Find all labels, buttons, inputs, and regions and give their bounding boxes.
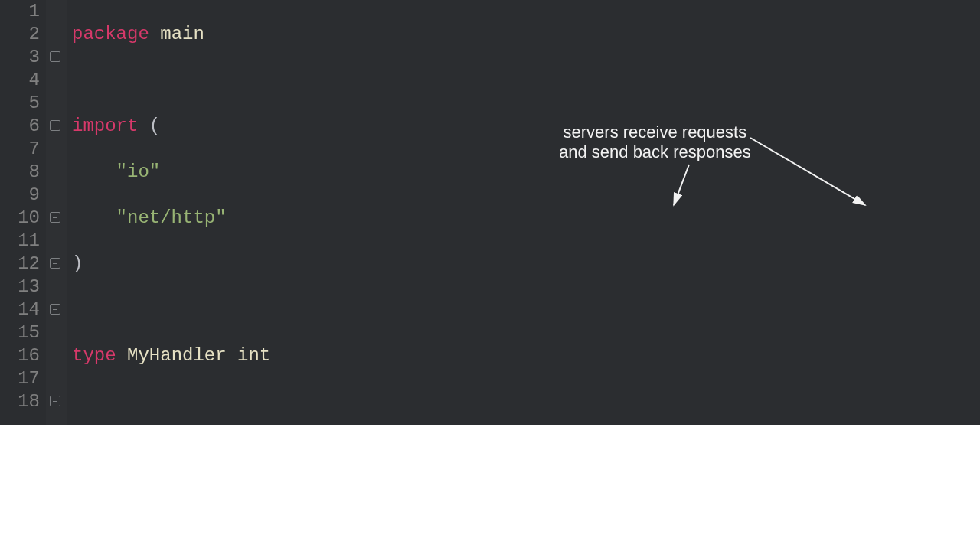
type-name: MyHandler: [127, 345, 227, 366]
fold-column: [46, 0, 67, 425]
line-number: 12: [0, 253, 40, 276]
code-line: [72, 298, 980, 321]
fold-close-icon[interactable]: [50, 120, 60, 131]
line-number: 5: [0, 92, 40, 115]
fold-close-icon[interactable]: [50, 396, 60, 406]
code-area[interactable]: package main import ( "io" "net/http" ) …: [67, 0, 980, 425]
line-number: 1: [0, 0, 40, 23]
fold-open-icon[interactable]: [50, 212, 60, 223]
line-number: 4: [0, 69, 40, 92]
string-literal: "io": [116, 161, 161, 182]
line-number: 14: [0, 298, 40, 321]
builtin-type: int: [237, 345, 270, 366]
line-number: 16: [0, 344, 40, 367]
line-number: 10: [0, 207, 40, 230]
code-line: "io": [72, 161, 980, 184]
line-number: 13: [0, 276, 40, 298]
identifier: main: [160, 24, 204, 44]
keyword-type: type: [72, 345, 116, 366]
line-number-gutter: 1 2 3 4 5 6 7 8 9 10 11 12 13 14 15 16 1…: [0, 0, 46, 425]
line-number: 7: [0, 138, 40, 161]
code-line: "net/http": [72, 207, 980, 230]
string-literal: "net/http": [116, 207, 227, 228]
fold-open-icon[interactable]: [50, 51, 60, 62]
annotation-text: servers receive requests and send back r…: [559, 122, 751, 162]
line-number: 17: [0, 367, 40, 390]
fold-open-icon[interactable]: [50, 304, 60, 315]
line-number: 11: [0, 230, 40, 253]
code-editor[interactable]: 1 2 3 4 5 6 7 8 9 10 11 12 13 14 15 16 1…: [0, 0, 980, 425]
paren-close: ): [72, 253, 83, 274]
fold-close-icon[interactable]: [50, 258, 60, 269]
line-number: 8: [0, 161, 40, 184]
annotation-line1: servers receive requests: [559, 122, 751, 142]
line-number: 2: [0, 23, 40, 46]
annotation-line2: and send back responses: [559, 142, 751, 162]
line-number: 3: [0, 46, 40, 69]
line-number: 18: [0, 390, 40, 413]
code-line: [72, 390, 980, 413]
code-line: package main: [72, 23, 980, 46]
keyword-package: package: [72, 24, 149, 44]
code-line: [72, 69, 980, 92]
line-number: 15: [0, 321, 40, 344]
line-number: 6: [0, 115, 40, 138]
paren-open: (: [149, 116, 160, 136]
code-line: ): [72, 253, 980, 276]
code-line: import (: [72, 115, 980, 138]
code-line: type MyHandler int: [72, 344, 980, 367]
keyword-import: import: [72, 116, 138, 136]
line-number: 9: [0, 184, 40, 207]
